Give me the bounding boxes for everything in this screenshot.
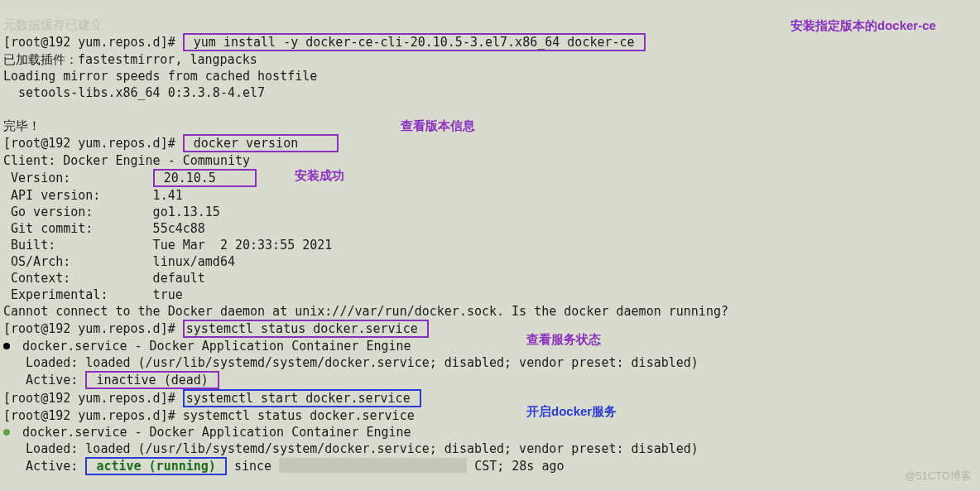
status-dot-inactive bbox=[3, 343, 10, 349]
annot-install-version: 安装指定版本的docker-ce bbox=[790, 17, 936, 34]
prompt: [root@192 yum.repos.d]# bbox=[3, 35, 183, 50]
setools-line: setools-libs.x86_64 0:3.3.8-4.el7 bbox=[3, 85, 265, 100]
annot-start-docker-service: 开启docker服务 bbox=[526, 403, 617, 420]
cannot-connect: Cannot connect to the Docker daemon at u… bbox=[3, 304, 728, 319]
cmd-docker-version: docker version bbox=[183, 134, 339, 152]
prompt: [root@192 yum.repos.d]# bbox=[3, 408, 183, 423]
since-suffix: CST; 28s ago bbox=[467, 459, 564, 474]
version-label: Version: bbox=[3, 171, 153, 185]
os-line: OS/Arch: linux/amd64 bbox=[3, 254, 235, 269]
annot-view-service-status: 查看服务状态 bbox=[526, 331, 601, 348]
exp-line: Experimental: true bbox=[3, 287, 183, 302]
truncated-line: 元数据缓存已建立 bbox=[3, 17, 103, 32]
prompt: [root@192 yum.repos.d]# bbox=[3, 321, 183, 336]
ctx-line: Context: default bbox=[3, 271, 205, 286]
cmd-systemctl-status-2: systemctl status docker.service bbox=[183, 408, 415, 423]
git-line: Git commit: 55c4c88 bbox=[3, 221, 205, 236]
terminal-output: 元数据缓存已建立 [root@192 yum.repos.d]# yum ins… bbox=[0, 0, 980, 475]
loaded-line-2: Loaded: loaded (/usr/lib/systemd/system/… bbox=[3, 441, 699, 456]
client-header: Client: Docker Engine - Community bbox=[3, 153, 250, 168]
status-active: active (running) bbox=[85, 457, 227, 475]
done-msg: 完毕！ bbox=[3, 118, 41, 133]
redacted-timestamp bbox=[279, 458, 467, 473]
watermark: @51CTO博客 bbox=[905, 468, 972, 484]
version-value: 20.10.5 bbox=[153, 169, 257, 187]
prompt: [root@192 yum.repos.d]# bbox=[3, 136, 183, 151]
active-pref-2: Active: bbox=[3, 459, 85, 474]
prompt: [root@192 yum.repos.d]# bbox=[3, 391, 183, 406]
annot-view-version: 查看版本信息 bbox=[401, 118, 475, 134]
cmd-systemctl-status-1: systemctl status docker.service bbox=[183, 320, 429, 338]
built-line: Built: Tue Mar 2 20:33:55 2021 bbox=[3, 238, 332, 253]
loaded-line-1: Loaded: loaded (/usr/lib/systemd/system/… bbox=[3, 355, 699, 370]
status-inactive: inactive (dead) bbox=[85, 371, 219, 389]
active-pref-1: Active: bbox=[3, 373, 85, 388]
loaded-plugins: 已加载插件：fastestmirror, langpacks bbox=[3, 52, 257, 67]
since-pref: since bbox=[227, 459, 279, 474]
svc-desc-2: docker.service - Docker Application Cont… bbox=[15, 425, 411, 440]
go-line: Go version: go1.13.15 bbox=[3, 205, 220, 219]
status-dot-active bbox=[3, 429, 10, 436]
svc-desc-1: docker.service - Docker Application Cont… bbox=[15, 339, 411, 354]
api-line: API version: 1.41 bbox=[3, 188, 183, 203]
cmd-yum-install: yum install -y docker-ce-cli-20.10.5-3.e… bbox=[183, 33, 646, 51]
annot-install-success: 安装成功 bbox=[295, 167, 344, 184]
loading-mirrors: Loading mirror speeds from cached hostfi… bbox=[3, 69, 317, 84]
cmd-systemctl-start: systemctl start docker.service bbox=[183, 389, 421, 407]
